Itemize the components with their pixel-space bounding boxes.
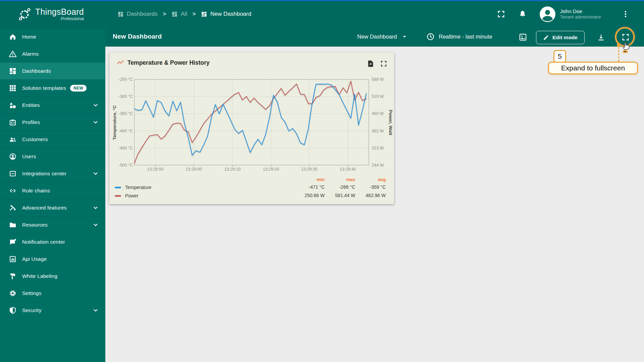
settings-icon bbox=[9, 289, 17, 297]
sidebar-item-users[interactable]: Users bbox=[0, 148, 105, 165]
x-axis-tick: 13:29:10 bbox=[220, 167, 245, 172]
left-axis-tick: -250 °C bbox=[115, 77, 133, 82]
left-axis-tick: -350 °C bbox=[115, 111, 133, 116]
left-axis-tick: -500 °C bbox=[115, 163, 133, 168]
export-widget-data-icon[interactable] bbox=[366, 59, 375, 68]
timeseries-widget[interactable]: Temperature & Power History Temperature,… bbox=[109, 53, 394, 204]
chevron-down-icon bbox=[92, 170, 99, 177]
legend-row-temperature[interactable]: Temperature-471 °C-266 °C-359 °C bbox=[109, 184, 394, 190]
sidebar-item-label: Home bbox=[22, 34, 36, 40]
sidebar-item-solution-templates[interactable]: Solution templatesNEW bbox=[0, 79, 105, 97]
dashboard-state-select[interactable]: New Dashboard bbox=[357, 33, 408, 40]
browser-progress-bar bbox=[0, 0, 644, 1]
sidebar-item-entities[interactable]: Entities bbox=[0, 97, 105, 114]
new-badge: NEW bbox=[70, 85, 87, 92]
integrations-icon bbox=[9, 170, 17, 178]
brand-logo[interactable]: ThingsBoard Professional bbox=[0, 0, 105, 28]
white-labeling-icon bbox=[9, 272, 17, 280]
annotation-dashed-connector bbox=[618, 47, 619, 62]
x-axis-tick: 13:28:50 bbox=[143, 167, 168, 172]
right-axis-tick: 450 W bbox=[372, 111, 392, 116]
annotation-step-number: 5 bbox=[553, 50, 566, 63]
advanced-features-icon bbox=[9, 204, 17, 212]
chevron-down-icon bbox=[401, 33, 408, 40]
breadcrumb-item-new-dashboard[interactable]: New Dashboard bbox=[201, 11, 251, 17]
sidebar-item-label: Security bbox=[22, 307, 42, 313]
dashboard-icon bbox=[117, 11, 124, 17]
sidebar-item-settings[interactable]: Settings bbox=[0, 285, 105, 302]
breadcrumb-item-all[interactable]: All bbox=[171, 11, 187, 17]
edit-mode-button[interactable]: Edit mode bbox=[536, 31, 585, 44]
sidebar-item-label: Settings bbox=[22, 290, 42, 296]
sidebar-item-label: Users bbox=[22, 154, 36, 160]
sidebar-item-notification-center[interactable]: Notification center bbox=[0, 233, 105, 250]
sidebar-item-alarms[interactable]: Alarms bbox=[0, 45, 105, 62]
x-axis-tick: 13:29:20 bbox=[258, 167, 284, 172]
breadcrumb-separator: > bbox=[163, 11, 166, 17]
sidebar-item-api-usage[interactable]: Api Usage bbox=[0, 250, 105, 267]
sidebar-item-label: Notification center bbox=[22, 239, 65, 245]
solution-templates-icon bbox=[9, 84, 17, 92]
sidebar-item-label: Rule chains bbox=[22, 188, 50, 194]
left-axis-title: Temperature, °C bbox=[111, 79, 119, 165]
profiles-icon bbox=[9, 118, 17, 126]
breadcrumb-label: Dashboards bbox=[127, 11, 158, 17]
sidebar-item-label: White Labeling bbox=[22, 273, 57, 279]
kebab-menu-icon[interactable] bbox=[621, 9, 631, 19]
avatar[interactable] bbox=[539, 6, 556, 23]
legend-avg-value: -359 °C bbox=[349, 184, 386, 190]
widget-fullscreen-icon[interactable] bbox=[379, 59, 388, 68]
right-axis-title: Power, Watt bbox=[386, 79, 394, 165]
clock-icon bbox=[426, 32, 435, 41]
chevron-down-icon bbox=[92, 307, 99, 314]
home-icon bbox=[9, 33, 17, 41]
brand-subtitle: Professional bbox=[35, 16, 84, 21]
x-axis-tick: 13:29:30 bbox=[297, 167, 322, 172]
sidebar-item-rule-chains[interactable]: Rule chains bbox=[0, 182, 105, 199]
sidebar-item-white-labeling[interactable]: White Labeling bbox=[0, 267, 105, 285]
breadcrumb-separator: > bbox=[193, 11, 196, 17]
sidebar-nav: HomeAlarmsDashboardsSolution templatesNE… bbox=[0, 28, 105, 319]
legend-marker bbox=[115, 187, 121, 188]
chart-plot-area[interactable] bbox=[134, 79, 369, 167]
right-axis-tick: 313 W bbox=[372, 145, 392, 151]
download-dashboard-button[interactable] bbox=[596, 33, 606, 43]
sidebar-item-label: Api Usage bbox=[22, 256, 47, 262]
chevron-down-icon bbox=[92, 119, 99, 126]
sidebar-item-integrations-center[interactable]: Integrations center bbox=[0, 165, 105, 182]
sidebar-item-label: Solution templates bbox=[22, 85, 66, 91]
sidebar-item-home[interactable]: Home bbox=[0, 28, 105, 45]
dashboard-state-label: New Dashboard bbox=[357, 34, 397, 40]
left-axis-tick: -300 °C bbox=[115, 94, 133, 99]
timewindow-button[interactable]: Realtime - last minute bbox=[426, 32, 492, 41]
brand-name: ThingsBoard bbox=[35, 7, 84, 16]
rule-chains-icon bbox=[9, 187, 17, 195]
sidebar-item-label: Alarms bbox=[22, 51, 39, 57]
sidebar: ThingsBoard Professional HomeAlarmsDashb… bbox=[0, 0, 105, 362]
user-name: John Doe bbox=[560, 8, 601, 14]
breadcrumb-item-dashboards[interactable]: Dashboards bbox=[117, 11, 158, 17]
fullscreen-toggle-button[interactable] bbox=[496, 9, 506, 19]
legend-marker bbox=[115, 195, 121, 197]
timewindow-label: Realtime - last minute bbox=[439, 34, 492, 40]
sidebar-item-resources[interactable]: Resources bbox=[0, 216, 105, 233]
x-axis-tick: 13:29:00 bbox=[181, 167, 207, 172]
dashboard-icon bbox=[171, 11, 178, 17]
api-usage-icon bbox=[9, 255, 17, 263]
legend-row-power[interactable]: Power250.66 W581.44 W462.96 W bbox=[109, 193, 394, 199]
legend-series-name: Power bbox=[125, 193, 139, 198]
right-axis-tick: 588 W bbox=[372, 77, 392, 82]
notifications-bell-icon[interactable] bbox=[518, 9, 528, 19]
right-axis-tick: 382 W bbox=[372, 128, 392, 134]
sidebar-item-advanced-features[interactable]: Advanced features bbox=[0, 199, 105, 216]
sidebar-item-customers[interactable]: Customers bbox=[0, 131, 105, 148]
sidebar-item-label: Advanced features bbox=[22, 205, 67, 211]
legend-avg-value: 462.96 W bbox=[349, 193, 386, 198]
sidebar-item-dashboards[interactable]: Dashboards bbox=[0, 62, 105, 79]
users-icon bbox=[9, 153, 17, 161]
sidebar-item-profiles[interactable]: Profiles bbox=[0, 114, 105, 131]
dashboard-image-button[interactable] bbox=[518, 32, 528, 42]
sidebar-item-security[interactable]: Security bbox=[0, 302, 105, 319]
user-role: Tenant administrator bbox=[560, 14, 601, 20]
chevron-down-icon bbox=[92, 221, 99, 229]
